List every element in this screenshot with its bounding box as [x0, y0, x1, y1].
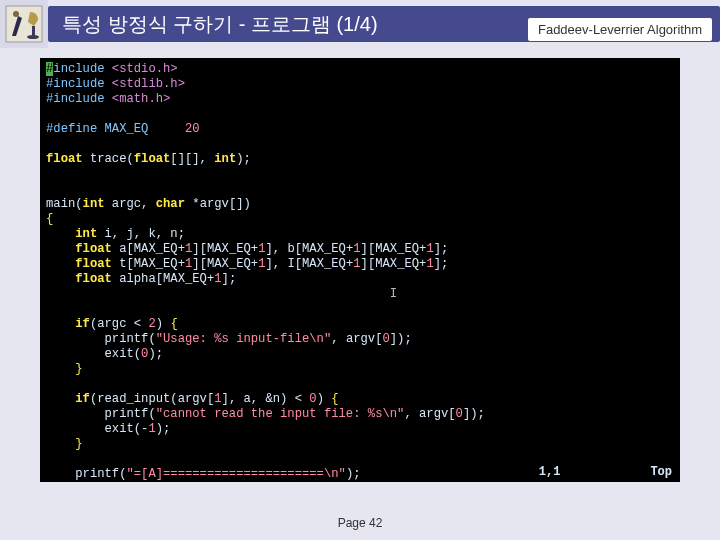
code-line: main(int argc, char *argv[]) — [46, 197, 674, 212]
code-line: exit(-1); — [46, 422, 674, 437]
page-number: Page 42 — [0, 516, 720, 530]
code-line: int i, j, k, n; — [46, 227, 674, 242]
code-line — [46, 167, 674, 182]
code-line — [46, 107, 674, 122]
code-content: #include <stdio.h>#include <stdlib.h>#in… — [46, 62, 674, 482]
code-line: } — [46, 362, 674, 377]
code-line: printf("Usage: %s input-file\n", argv[0]… — [46, 332, 674, 347]
code-line — [46, 302, 674, 317]
algorithm-label: Faddeev-Leverrier Algorithm — [528, 18, 712, 41]
code-line: #include <stdlib.h> — [46, 77, 674, 92]
code-line: I — [46, 287, 674, 302]
code-line: printf("cannot read the input file: %s\n… — [46, 407, 674, 422]
code-line: float trace(float[][], int); — [46, 152, 674, 167]
code-line: if(argc < 2) { — [46, 317, 674, 332]
code-line: float alpha[MAX_EQ+1]; — [46, 272, 674, 287]
cursor-position: 1,1 — [539, 465, 561, 480]
scroll-mode: Top — [650, 465, 672, 480]
code-line — [46, 377, 674, 392]
code-line: if(read_input(argv[1], a, &n) < 0) { — [46, 392, 674, 407]
code-line — [46, 182, 674, 197]
code-editor: #include <stdio.h>#include <stdlib.h>#in… — [40, 58, 680, 482]
code-line — [46, 137, 674, 152]
writer-lamp-icon — [0, 0, 48, 48]
code-line: float a[MAX_EQ+1][MAX_EQ+1], b[MAX_EQ+1]… — [46, 242, 674, 257]
code-line: exit(0); — [46, 347, 674, 362]
svg-rect-2 — [32, 26, 35, 36]
code-line: #include <stdio.h> — [46, 62, 674, 77]
svg-point-1 — [13, 11, 19, 17]
code-line: float t[MAX_EQ+1][MAX_EQ+1], I[MAX_EQ+1]… — [46, 257, 674, 272]
editor-status-bar: 1,1 Top — [40, 465, 680, 480]
code-line: #include <math.h> — [46, 92, 674, 107]
svg-point-3 — [27, 35, 39, 39]
code-line: #define MAX_EQ 20 — [46, 122, 674, 137]
code-line: { — [46, 212, 674, 227]
code-line: } — [46, 437, 674, 452]
